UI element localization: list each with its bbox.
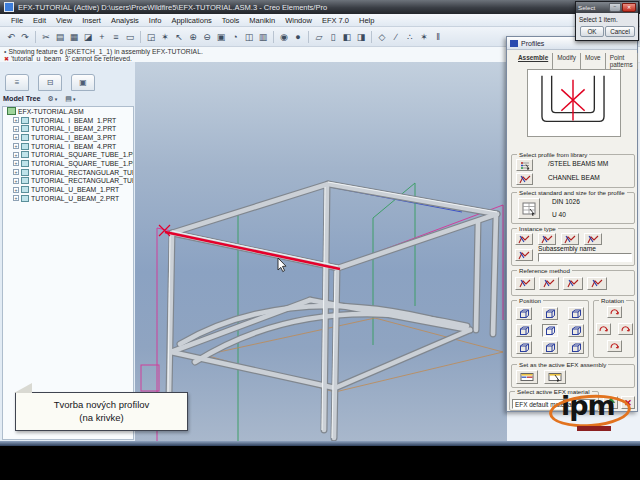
tab-model-tree-icon[interactable]: ≡ — [5, 74, 29, 91]
tree-root[interactable]: EFX-TUTORIAL.ASM — [3, 107, 133, 116]
tab-folder-browser-icon[interactable]: ⊟ — [38, 74, 62, 91]
tab-favorites-icon[interactable]: ▣ — [71, 74, 95, 91]
select-icon[interactable]: ◲ — [145, 30, 158, 43]
reference-method-4-button[interactable] — [587, 277, 607, 290]
chain-select-icon[interactable]: ✶ — [159, 30, 172, 43]
instance-type-1-button[interactable] — [515, 233, 533, 245]
tree-item[interactable]: +TUTORIAL_I_BEAM_4.PRT — [3, 142, 133, 151]
find-icon[interactable]: ≡ — [110, 30, 123, 43]
position-bottom-right-button[interactable] — [568, 341, 584, 354]
expand-icon[interactable]: + — [13, 126, 19, 132]
select-rect-icon[interactable]: ▭ — [124, 30, 137, 43]
title-bar[interactable]: EFX-TUTORIAL (Active) D:\users\ProeWildf… — [0, 0, 640, 14]
select-profile-button[interactable] — [516, 173, 533, 185]
rotate-up-button[interactable] — [607, 306, 622, 318]
expand-icon[interactable]: + — [13, 152, 19, 158]
tree-item[interactable]: +TUTORIAL_I_BEAM_2.PRT — [3, 124, 133, 133]
instance-type-3-button[interactable] — [561, 233, 579, 245]
pick-active-assembly-button[interactable] — [544, 370, 566, 384]
position-right-button[interactable] — [568, 324, 584, 337]
position-center-button[interactable] — [542, 324, 558, 337]
reference-method-2-button[interactable] — [539, 277, 559, 290]
hidden-line-icon[interactable]: ▯ — [327, 30, 340, 43]
datum-csys-icon[interactable]: ✶ — [418, 30, 431, 43]
tab-point-patterns[interactable]: Point patterns — [606, 53, 638, 69]
copy-icon[interactable]: ▤ — [54, 30, 67, 43]
expand-icon[interactable]: + — [13, 143, 19, 149]
tree-item[interactable]: +TUTORIAL_SQUARE_TUBE_1.PRT — [3, 150, 133, 159]
no-hidden-icon[interactable]: ◧ — [341, 30, 354, 43]
instance-type-4-button[interactable] — [584, 233, 602, 245]
pointer-icon[interactable]: ↖ — [173, 30, 186, 43]
reference-method-1-button[interactable] — [515, 277, 535, 290]
view-manager-icon[interactable]: ◫ — [243, 30, 256, 43]
expand-icon[interactable]: + — [13, 117, 19, 123]
tree-item[interactable]: +TUTORIAL_RECTANGULAR_TUBE_1.PRT — [3, 177, 133, 186]
layers-icon[interactable]: ▥ — [257, 30, 270, 43]
subassembly-button[interactable] — [515, 249, 533, 261]
zoom-in-icon[interactable]: ⊕ — [187, 30, 200, 43]
annotation-icon[interactable]: ‖ — [432, 30, 445, 43]
refit-icon[interactable]: ▣ — [215, 30, 228, 43]
close-button[interactable]: ✕ — [622, 3, 636, 12]
redo-icon[interactable]: ↷ — [19, 30, 32, 43]
menu-applications[interactable]: Applications — [166, 16, 216, 25]
subassembly-input[interactable] — [538, 253, 632, 262]
expand-icon[interactable]: + — [13, 160, 19, 166]
ok-button[interactable]: OK — [580, 26, 604, 37]
tree-item[interactable]: +TUTORIAL_RECTANGULAR_TUBE_1.PRT — [3, 168, 133, 177]
selected-curve[interactable] — [165, 232, 340, 269]
undo-icon[interactable]: ↶ — [5, 30, 18, 43]
wireframe-icon[interactable]: ▱ — [313, 30, 326, 43]
position-top-button[interactable] — [542, 307, 558, 320]
menu-file[interactable]: File — [6, 16, 28, 25]
tree-columns-button[interactable]: ▤ ▾ — [64, 95, 76, 103]
paste-icon[interactable]: ▦ — [68, 30, 81, 43]
expand-icon[interactable]: + — [13, 178, 19, 184]
tree-item[interactable]: +TUTORIAL_SQUARE_TUBE_1.PRT — [3, 159, 133, 168]
instance-type-2-button[interactable] — [538, 233, 556, 245]
expand-icon[interactable]: + — [13, 134, 19, 140]
datum-plane-icon[interactable]: ◇ — [376, 30, 389, 43]
tree-item[interactable]: +TUTORIAL_I_BEAM_1.PRT — [3, 116, 133, 125]
cancel-button[interactable]: Cancel — [605, 26, 635, 37]
position-top-left-button[interactable] — [516, 307, 532, 320]
position-left-button[interactable] — [516, 324, 532, 337]
menu-manikin[interactable]: Manikin — [244, 16, 280, 25]
position-top-right-button[interactable] — [568, 307, 584, 320]
menu-edit[interactable]: Edit — [28, 16, 51, 25]
tree-item[interactable]: +TUTORIAL_U_BEAM_1.PRT — [3, 185, 133, 194]
expand-icon[interactable]: + — [13, 195, 19, 201]
reference-method-3-button[interactable] — [563, 277, 583, 290]
menu-insert[interactable]: Insert — [77, 16, 106, 25]
rotate-right-button[interactable] — [618, 323, 633, 335]
tree-item[interactable]: +TUTORIAL_U_BEAM_2.PRT — [3, 194, 133, 203]
tab-modify[interactable]: Modify — [553, 53, 581, 69]
3d-viewport[interactable] — [135, 62, 507, 443]
select-dialog-titlebar[interactable]: Select − ✕ — [576, 2, 638, 13]
set-active-assembly-button[interactable] — [516, 370, 538, 384]
datum-point-icon[interactable]: ∴ — [404, 30, 417, 43]
tree-item[interactable]: +TUTORIAL_I_BEAM_3.PRT — [3, 133, 133, 142]
3d-model-canvas[interactable] — [135, 62, 507, 443]
regenerate-icon[interactable]: + — [96, 30, 109, 43]
menu-tools[interactable]: Tools — [217, 16, 245, 25]
rotate-down-button[interactable] — [607, 340, 622, 352]
tree-settings-button[interactable]: ⚙ ▾ — [47, 95, 59, 103]
menu-help[interactable]: Help — [354, 16, 379, 25]
expand-icon[interactable]: + — [13, 187, 19, 193]
menu-window[interactable]: Window — [280, 16, 317, 25]
menu-analysis[interactable]: Analysis — [106, 16, 144, 25]
spin-center-icon[interactable]: ◉ — [278, 30, 291, 43]
rotate-left-button[interactable] — [596, 323, 611, 335]
select-standard-button[interactable] — [518, 198, 540, 219]
cut-icon[interactable]: ✂ — [40, 30, 53, 43]
datum-axis-icon[interactable]: ∕ — [390, 30, 403, 43]
menu-view[interactable]: View — [51, 16, 77, 25]
tab-assemble[interactable]: Assemble — [514, 53, 553, 69]
shaded-view-icon[interactable]: ◨ — [355, 30, 368, 43]
minimize-button[interactable]: − — [609, 3, 621, 12]
position-bottom-button[interactable] — [542, 341, 558, 354]
paste-special-icon[interactable]: ◪ — [82, 30, 95, 43]
menu-efx[interactable]: EFX 7.0 — [317, 16, 354, 25]
